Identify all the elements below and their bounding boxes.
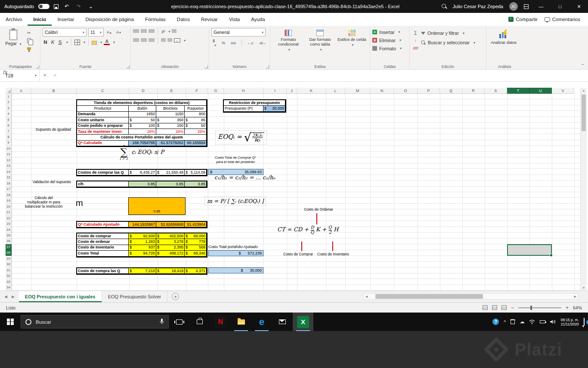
conditional-format-button[interactable]: Formato condicional ▾ — [272, 28, 304, 52]
edge-button[interactable]: e — [251, 313, 272, 331]
file-explorer-button[interactable] — [231, 313, 251, 331]
ribbon-display-icon[interactable] — [524, 4, 529, 9]
column-header-I[interactable]: I — [263, 88, 287, 94]
battery-icon[interactable] — [540, 320, 545, 323]
column-header-U[interactable]: U — [529, 88, 552, 94]
decrease-decimal-icon[interactable]: .00→ — [257, 41, 268, 45]
purchase-total-cell[interactable]: $30,000 — [208, 267, 263, 273]
bold-button[interactable]: N — [43, 40, 48, 45]
wifi-icon[interactable] — [529, 318, 535, 326]
column-header-V[interactable]: V — [552, 88, 574, 94]
row-header-28[interactable]: 28 — [6, 250, 12, 256]
zoom-level[interactable]: 64% — [573, 305, 582, 310]
row-header-15[interactable]: 15 — [6, 175, 12, 181]
zoom-out-icon[interactable]: − — [511, 305, 514, 311]
excel-taskbar-button[interactable]: X — [293, 313, 313, 331]
tray-chevron-icon[interactable]: ^ — [504, 319, 506, 325]
align-bottom-icon[interactable] — [149, 29, 155, 34]
column-header-S[interactable]: S — [485, 88, 507, 94]
column-header-H[interactable]: H — [224, 88, 263, 94]
row-header-12[interactable]: 12 — [6, 157, 12, 163]
merge-center-icon[interactable]: ↔ — [174, 38, 180, 43]
fill-icon[interactable]: ↓ — [412, 37, 419, 43]
tab-insertar[interactable]: Insertar — [52, 13, 80, 26]
row-header-4[interactable]: 4 — [6, 111, 12, 117]
cell[interactable]: 51.423904 — [185, 222, 207, 227]
fill-color-icon[interactable] — [92, 41, 97, 45]
cell[interactable]: Productos — [77, 106, 129, 111]
row-header-34[interactable]: 34 — [6, 285, 12, 291]
cell[interactable]: $100 — [129, 123, 156, 129]
paste-button[interactable]: Pegar ▾ — [3, 28, 24, 52]
cell[interactable]: $30,000 — [263, 106, 285, 111]
insert-function-icon[interactable]: fx — [0, 70, 10, 75]
cell[interactable]: 26% — [129, 129, 156, 135]
hscroll-thumb[interactable] — [375, 294, 483, 299]
cell[interactable]: 3.85 — [129, 181, 156, 187]
shrink-font-icon[interactable]: A▼ — [115, 30, 123, 34]
clock[interactable]: 08:15 p. m.21/11/2020 — [560, 318, 579, 326]
cell[interactable]: $4,371 — [185, 268, 207, 274]
tab-datos[interactable]: Datos — [171, 13, 195, 26]
cell[interactable]: $7,210 — [129, 268, 156, 274]
column-header-E[interactable]: E — [158, 88, 186, 94]
cell[interactable]: Costo de compra las Q — [77, 268, 129, 274]
percent-format-icon[interactable]: % — [220, 41, 226, 45]
align-center-icon[interactable] — [141, 38, 147, 43]
decrease-indent-icon[interactable] — [161, 38, 166, 43]
find-select-button[interactable]: Buscar y seleccionar▾ — [421, 39, 475, 46]
font-size-select[interactable]: 11▾ — [88, 28, 104, 37]
cell[interactable]: $85 — [185, 117, 207, 123]
wrap-text-icon[interactable] — [172, 29, 176, 34]
maximize-button[interactable]: □ — [554, 0, 566, 13]
horizontal-scrollbar[interactable]: ◀ ▶ — [363, 293, 579, 300]
column-header-K[interactable]: K — [297, 88, 326, 94]
thousands-format-icon[interactable]: 000 — [229, 42, 237, 45]
cell[interactable]: $92,500 — [129, 233, 156, 239]
cell[interactable]: $3,278 — [156, 239, 185, 245]
row-header-29[interactable]: 29 — [6, 256, 12, 261]
cell[interactable]: Costo de Inventario — [77, 245, 129, 251]
tab-vista[interactable]: Vista — [223, 13, 245, 26]
save-icon[interactable] — [54, 4, 59, 9]
align-right-icon[interactable] — [149, 38, 155, 43]
format-painter-icon[interactable] — [25, 45, 32, 52]
help-icon[interactable]: ? — [492, 319, 499, 325]
tab-ayuda[interactable]: Ayuda — [245, 13, 270, 26]
font-name-select[interactable]: Calibri▾ — [43, 28, 87, 37]
dialog-launcher-fuente[interactable] — [127, 65, 130, 68]
tab-revisar[interactable]: Revisar — [195, 13, 223, 26]
cell[interactable]: Demanda — [77, 112, 129, 117]
cancel-entry-icon[interactable]: ✕ — [40, 70, 50, 81]
comments-button[interactable]: Comentarios — [545, 17, 580, 22]
row-header-21[interactable]: 21 — [6, 209, 12, 215]
row-header-23[interactable]: 23 — [6, 221, 12, 227]
align-middle-icon[interactable] — [141, 29, 147, 34]
cell[interactable]: Balón — [129, 106, 156, 111]
page-break-view-icon[interactable] — [501, 305, 507, 310]
column-header-F[interactable]: F — [186, 88, 208, 94]
cell[interactable]: $50 — [185, 123, 207, 129]
portfolio-total-cell[interactable]: $572,239 — [208, 250, 263, 256]
cell[interactable]: $150 — [156, 123, 185, 129]
row-header-14[interactable]: 14 — [6, 169, 12, 175]
cell[interactable]: 26% — [156, 129, 185, 135]
row-header-32[interactable]: 32 — [6, 273, 12, 279]
font-color-icon[interactable]: A — [104, 39, 110, 45]
row-header-1[interactable]: 1 — [6, 94, 12, 99]
delete-cells-button[interactable]: ✕ Eliminar▾ — [372, 36, 407, 44]
cell[interactable]: $69,346 — [185, 251, 207, 256]
row-header-18[interactable]: 18 — [6, 192, 12, 198]
cell[interactable]: 1150 — [156, 112, 185, 117]
row-header-25[interactable]: 25 — [6, 233, 12, 238]
column-header-O[interactable]: O — [394, 88, 418, 94]
cell[interactable]: Presupuesto (P) — [224, 106, 263, 111]
cell[interactable]: 144.1933967 — [129, 222, 156, 227]
sheet-tab-eoq-solver[interactable]: EOQ Presupuesto Solver — [102, 291, 168, 302]
formula-input[interactable] — [60, 70, 588, 81]
cell[interactable]: Q* Calculado Ajustado — [77, 222, 129, 227]
number-format-select[interactable]: General▾ — [211, 28, 266, 37]
row-header-19[interactable]: 19 — [6, 198, 12, 203]
underline-button[interactable]: S — [57, 40, 63, 45]
cell[interactable]: Raquetas — [185, 106, 207, 111]
